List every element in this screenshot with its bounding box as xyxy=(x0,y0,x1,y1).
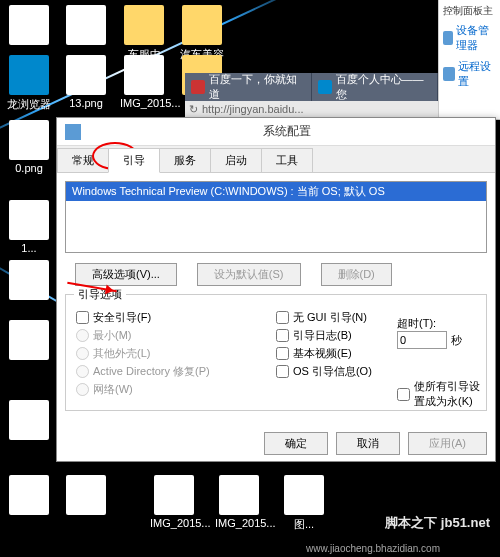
tab-services[interactable]: 服务 xyxy=(159,148,211,172)
advanced-options-button[interactable]: 高级选项(V)... xyxy=(75,263,177,286)
network-radio: 网络(W) xyxy=(76,382,276,397)
browser-tab[interactable]: 百度一下，你就知道 xyxy=(185,73,312,101)
desktop-icon[interactable]: 1... xyxy=(5,200,53,254)
remote-icon xyxy=(443,67,455,81)
timeout-unit: 秒 xyxy=(451,333,462,348)
desktop-icon[interactable] xyxy=(62,5,110,47)
os-list[interactable]: Windows Technical Preview (C:\WINDOWS) :… xyxy=(65,181,487,253)
address-bar[interactable]: ↻http://jingyan.baidu... xyxy=(185,101,438,117)
apply-button: 应用(A) xyxy=(408,432,487,455)
ok-button[interactable]: 确定 xyxy=(264,432,328,455)
control-panel: 控制面板主 设备管理器 远程设置 xyxy=(438,0,500,120)
desktop-icon[interactable] xyxy=(62,475,110,517)
browser-tabs: 百度一下，你就知道 百度个人中心——您 xyxy=(185,73,438,101)
window-title: 系统配置 xyxy=(87,123,487,140)
watermark2: www.jiaocheng.bhazidian.com xyxy=(306,543,440,554)
desktop-icon[interactable]: 13.png xyxy=(62,55,110,109)
os-list-item[interactable]: Windows Technical Preview (C:\WINDOWS) :… xyxy=(66,182,486,201)
titlebar[interactable]: 系统配置 xyxy=(57,118,495,146)
window-icon xyxy=(65,124,81,140)
safe-boot-checkbox[interactable]: 安全引导(F) xyxy=(76,310,276,325)
desktop-icon[interactable] xyxy=(5,400,53,442)
desktop-icon[interactable]: IMG_2015... xyxy=(215,475,263,529)
desktop-icon[interactable]: IMG_2015... xyxy=(120,55,168,109)
desktop-icon[interactable] xyxy=(5,475,53,517)
tab-tools[interactable]: 工具 xyxy=(261,148,313,172)
desktop-icon[interactable]: IMG_2015... xyxy=(150,475,198,529)
baidu-icon xyxy=(191,80,205,94)
set-default-button: 设为默认值(S) xyxy=(197,263,301,286)
timeout-input[interactable] xyxy=(397,331,447,349)
tab-general[interactable]: 常规 xyxy=(57,148,109,172)
desktop-icon[interactable]: 0.png xyxy=(5,120,53,174)
persist-checkbox[interactable]: 使所有引导设置成为永(K) xyxy=(397,379,487,409)
ad-repair-radio: Active Directory 修复(P) xyxy=(76,364,276,379)
desktop-icon[interactable] xyxy=(5,5,53,47)
tab-strip: 常规 引导 服务 启动 工具 xyxy=(57,146,495,173)
desktop-icon[interactable]: 龙浏览器 xyxy=(5,55,53,112)
cp-device-manager[interactable]: 设备管理器 xyxy=(439,20,500,56)
cancel-button[interactable]: 取消 xyxy=(336,432,400,455)
browser-tab[interactable]: 百度个人中心——您 xyxy=(312,73,439,101)
watermark: 脚本之下 jb51.net xyxy=(385,514,490,532)
cp-remote-settings[interactable]: 远程设置 xyxy=(439,56,500,92)
reload-icon[interactable]: ↻ xyxy=(189,103,198,116)
delete-button: 删除(D) xyxy=(321,263,392,286)
desktop-icon[interactable] xyxy=(5,260,53,302)
system-config-window: 系统配置 常规 引导 服务 启动 工具 Windows Technical Pr… xyxy=(56,117,496,462)
tab-startup[interactable]: 启动 xyxy=(210,148,262,172)
desktop-icon[interactable] xyxy=(5,320,53,362)
timeout-label: 超时(T): xyxy=(397,316,487,331)
control-panel-title: 控制面板主 xyxy=(439,2,500,20)
desktop-icon[interactable]: 图... xyxy=(280,475,328,532)
minimal-radio: 最小(M) xyxy=(76,328,276,343)
baidu-icon xyxy=(318,80,332,94)
alt-shell-radio: 其他外壳(L) xyxy=(76,346,276,361)
device-icon xyxy=(443,31,453,45)
tab-boot[interactable]: 引导 xyxy=(108,148,160,173)
